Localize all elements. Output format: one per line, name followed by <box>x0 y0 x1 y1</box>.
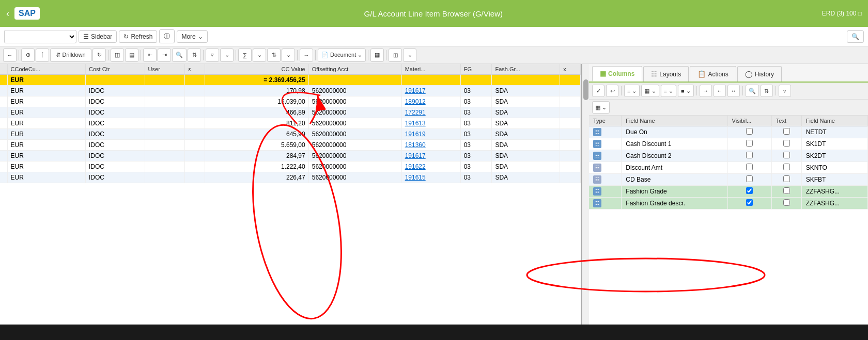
scrollbar-thumb[interactable] <box>583 79 588 100</box>
undo-button[interactable]: ↩ <box>606 85 618 97</box>
rotate-button[interactable]: ↻ <box>92 48 106 62</box>
toolbar-dropdown[interactable] <box>4 30 76 43</box>
col-header-fg[interactable]: FG <box>460 64 492 75</box>
col-header-ccvalue[interactable]: CC Value <box>205 64 308 75</box>
col-fieldname2-cell: SK2DT <box>801 150 867 162</box>
col-visible-cell[interactable] <box>727 186 771 198</box>
col-header-e[interactable]: ε <box>185 64 205 75</box>
top-bar: ‹ SAP G/L Account Line Item Browser (G/V… <box>0 0 868 27</box>
sort-button[interactable]: ⇅ <box>267 48 281 62</box>
col-visible-cell[interactable] <box>727 126 771 138</box>
col-header-user[interactable]: User <box>145 64 185 75</box>
sort-down-button[interactable]: ⌄ <box>282 48 295 62</box>
zoom-button[interactable]: ⊕ <box>21 48 35 62</box>
tab-history[interactable]: ◯ History <box>737 66 782 82</box>
sidebar-button[interactable]: ☰ Sidebar <box>79 30 117 43</box>
grid-view-button[interactable]: ◫ <box>111 48 124 62</box>
text-checkbox[interactable] <box>783 187 790 194</box>
arrow-right-button[interactable]: → <box>300 48 313 62</box>
visible-checkbox[interactable] <box>746 175 753 182</box>
search-col-btn[interactable]: 🔍 <box>746 85 759 97</box>
chevron-btn[interactable]: ⌄ <box>403 48 416 62</box>
visible-checkbox[interactable] <box>746 140 753 147</box>
visible-checkbox[interactable] <box>746 128 753 135</box>
bottom-left-button[interactable]: ◫ <box>389 48 402 62</box>
search-col-next-btn[interactable]: ⇅ <box>761 85 773 97</box>
text-checkbox[interactable] <box>783 199 790 206</box>
list-view-btn[interactable]: ≡ ⌄ <box>624 85 640 97</box>
col-visible-cell[interactable] <box>727 162 771 174</box>
filter-col-btn[interactable]: ▿ <box>779 85 791 97</box>
visible-checkbox[interactable] <box>746 187 753 194</box>
col-visible-header[interactable]: Visibil... <box>727 116 771 126</box>
col-text-cell[interactable] <box>771 162 801 174</box>
col-visible-cell[interactable] <box>727 198 771 209</box>
find-button[interactable]: 🔍 <box>172 48 187 62</box>
col-text-cell[interactable] <box>771 198 801 209</box>
col-type-header[interactable]: Type <box>589 116 622 126</box>
back-button[interactable]: ‹ <box>6 8 9 19</box>
grid-scrollbar[interactable] <box>582 64 589 325</box>
anchor-button[interactable]: ⌈ <box>36 48 49 62</box>
tab-layouts[interactable]: ☷ Layouts <box>643 66 689 82</box>
col-text-cell[interactable] <box>771 174 801 186</box>
document-button[interactable]: 📄 Document ⌄ <box>318 48 366 62</box>
table-row: EUR IDOC 1.222,40 5620000000 191622 03 S… <box>0 161 581 172</box>
col-header-fashgr[interactable]: Fash.Gr... <box>492 64 560 75</box>
col-text-cell[interactable] <box>771 150 801 162</box>
col-text-cell[interactable] <box>771 138 801 150</box>
visible-checkbox[interactable] <box>746 164 753 170</box>
col-header-costctr[interactable]: Cost Ctr <box>85 64 145 75</box>
list2-view-btn[interactable]: ≡ ⌄ <box>661 85 676 97</box>
refresh-button[interactable]: ↻ Refresh <box>119 30 157 43</box>
text-checkbox[interactable] <box>783 175 790 182</box>
col-header-offsetting[interactable]: Offsetting Acct <box>308 64 401 75</box>
columns-grid[interactable]: Type Field Name Visibil... Text Field Na… <box>589 116 868 325</box>
col-header-ccode[interactable]: CCodeCu... <box>7 64 85 75</box>
grid-panel[interactable]: CCodeCu... Cost Ctr User ε CC Value Offs… <box>0 64 582 325</box>
more-button[interactable]: More ⌄ <box>177 30 207 43</box>
drilldown-button[interactable]: ⇵ Drilldown <box>50 48 91 62</box>
align-center-btn[interactable]: ← <box>714 85 726 97</box>
grid2-view-btn[interactable]: ■ ⌄ <box>678 85 694 97</box>
col-text-header[interactable]: Text <box>771 116 801 126</box>
filter-down-button[interactable]: ⌄ <box>220 48 234 62</box>
col-header-material[interactable]: Materi... <box>401 64 460 75</box>
col-fieldname-header[interactable]: Field Name <box>622 116 727 126</box>
sum-button[interactable]: ∑ <box>238 48 252 62</box>
visible-checkbox[interactable] <box>746 152 753 158</box>
align-left-btn[interactable]: → <box>700 85 712 97</box>
col-visible-cell[interactable] <box>727 174 771 186</box>
tab-columns[interactable]: ▦ Columns <box>592 66 642 82</box>
align-right-btn[interactable]: ↔ <box>727 85 740 97</box>
text-checkbox[interactable] <box>783 140 790 147</box>
text-checkbox[interactable] <box>783 128 790 135</box>
text-checkbox[interactable] <box>783 152 790 158</box>
find-next-button[interactable]: ⇅ <box>188 48 201 62</box>
align-center-button[interactable]: ⇥ <box>158 48 171 62</box>
tab-actions[interactable]: 📋 Actions <box>690 66 736 82</box>
grid-view-btn[interactable]: ▦ ⌄ <box>641 85 659 97</box>
col-text-cell[interactable] <box>771 126 801 138</box>
grid-toggle-btn[interactable]: ▦ ⌄ <box>592 101 610 114</box>
info-icon: ⓘ <box>164 32 170 41</box>
search-button[interactable]: 🔍 <box>847 30 864 43</box>
col-visible-cell[interactable] <box>727 150 771 162</box>
col-fieldname2-header[interactable]: Field Name <box>801 116 867 126</box>
filter-button[interactable]: ▿ <box>206 48 219 62</box>
calendar-button[interactable]: ▤ <box>125 48 138 62</box>
grid-extra-button[interactable]: ▦ <box>370 48 384 62</box>
tab-history-label: History <box>755 71 774 78</box>
col-visible-cell[interactable] <box>727 138 771 150</box>
align-left-button[interactable]: ⇤ <box>143 48 157 62</box>
col-header-x[interactable]: x <box>560 64 581 75</box>
r-separator-4 <box>776 86 776 95</box>
info-button[interactable]: ⓘ <box>159 29 175 43</box>
col-fieldname-cell: Fashion Grade <box>622 186 727 198</box>
visible-checkbox[interactable] <box>746 199 753 206</box>
confirm-button[interactable]: ✓ <box>592 85 605 97</box>
back-nav-button[interactable]: ← <box>3 48 17 62</box>
col-text-cell[interactable] <box>771 186 801 198</box>
text-checkbox[interactable] <box>783 164 790 170</box>
sum-down-button[interactable]: ⌄ <box>253 48 266 62</box>
